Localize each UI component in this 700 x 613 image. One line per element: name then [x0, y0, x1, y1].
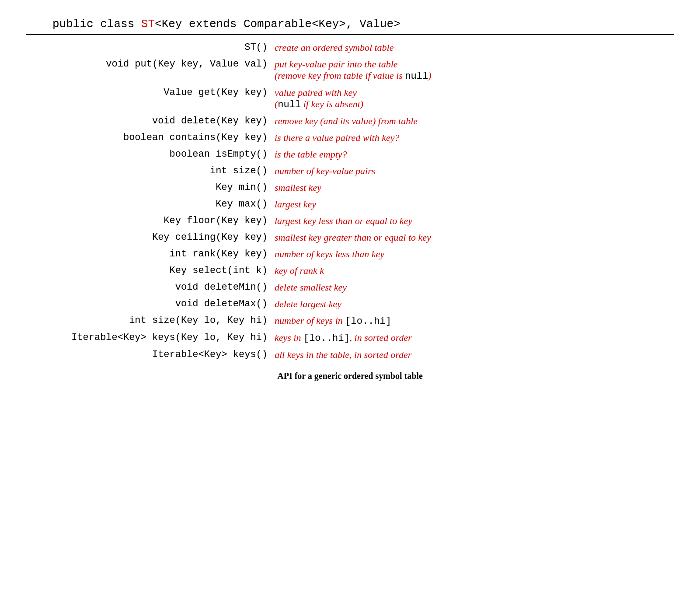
description-cell: is there a value paired with key? [271, 130, 674, 146]
table-row: Key max()largest key [26, 196, 674, 213]
table-row: Value get(Key key)value paired with key(… [26, 84, 674, 113]
header-classname: ST [141, 18, 155, 31]
header-divider [26, 34, 674, 35]
table-row: void deleteMax()delete largest key [26, 296, 674, 312]
description-cell: number of key-value pairs [271, 163, 674, 179]
table-row: Key min()smallest key [26, 179, 674, 196]
table-row: Key select(int k)key of rank k [26, 263, 674, 279]
table-row: void put(Key key, Value val)put key-valu… [26, 56, 674, 84]
method-cell: Key max() [26, 196, 271, 213]
method-cell: Key ceiling(Key key) [26, 229, 271, 246]
description-cell: largest key less than or equal to key [271, 213, 674, 229]
table-row: Key ceiling(Key key)smallest key greater… [26, 229, 674, 246]
method-cell: Key min() [26, 179, 271, 196]
table-row: Iterable<Key> keys()all keys in the tabl… [26, 347, 674, 363]
description-cell: keys in [lo..hi], in sorted order [271, 329, 674, 347]
method-cell: boolean isEmpty() [26, 146, 271, 163]
description-cell: all keys in the table, in sorted order [271, 347, 674, 363]
table-row: void delete(Key key)remove key (and its … [26, 113, 674, 130]
method-cell: Iterable<Key> keys(Key lo, Key hi) [26, 329, 271, 347]
table-row: void deleteMin()delete smallest key [26, 279, 674, 296]
description-cell: value paired with key(null if key is abs… [271, 84, 674, 113]
table-row: Iterable<Key> keys(Key lo, Key hi)keys i… [26, 329, 674, 347]
table-row: int size()number of key-value pairs [26, 163, 674, 179]
api-table: ST()create an ordered symbol tablevoid p… [26, 39, 674, 363]
method-cell: int size() [26, 163, 271, 179]
table-row: boolean isEmpty()is the table empty? [26, 146, 674, 163]
header-prefix: public class [52, 18, 141, 31]
description-cell: is the table empty? [271, 146, 674, 163]
description-cell: put key-value pair into the table(remove… [271, 56, 674, 84]
description-cell: number of keys in [lo..hi] [271, 312, 674, 329]
table-row: ST()create an ordered symbol table [26, 39, 674, 56]
table-row: int size(Key lo, Key hi)number of keys i… [26, 312, 674, 329]
description-cell: largest key [271, 196, 674, 213]
method-cell: ST() [26, 39, 271, 56]
method-cell: Key select(int k) [26, 263, 271, 279]
method-cell: void delete(Key key) [26, 113, 271, 130]
description-cell: delete largest key [271, 296, 674, 312]
description-cell: smallest key greater than or equal to ke… [271, 229, 674, 246]
method-cell: Value get(Key key) [26, 84, 271, 113]
caption: API for a generic ordered symbol table [26, 371, 674, 381]
description-cell: remove key (and its value) from table [271, 113, 674, 130]
table-row: boolean contains(Key key)is there a valu… [26, 130, 674, 146]
method-cell: Iterable<Key> keys() [26, 347, 271, 363]
class-header: public class ST<Key extends Comparable<K… [26, 18, 674, 34]
table-row: Key floor(Key key)largest key less than … [26, 213, 674, 229]
method-cell: void deleteMin() [26, 279, 271, 296]
description-cell: key of rank k [271, 263, 674, 279]
method-cell: void deleteMax() [26, 296, 271, 312]
method-cell: boolean contains(Key key) [26, 130, 271, 146]
description-cell: create an ordered symbol table [271, 39, 674, 56]
method-cell: int size(Key lo, Key hi) [26, 312, 271, 329]
description-cell: delete smallest key [271, 279, 674, 296]
method-cell: int rank(Key key) [26, 246, 271, 263]
table-row: int rank(Key key)number of keys less tha… [26, 246, 674, 263]
description-cell: number of keys less than key [271, 246, 674, 263]
method-cell: void put(Key key, Value val) [26, 56, 271, 84]
header-suffix: <Key extends Comparable<Key>, Value> [155, 18, 400, 31]
method-cell: Key floor(Key key) [26, 213, 271, 229]
description-cell: smallest key [271, 179, 674, 196]
